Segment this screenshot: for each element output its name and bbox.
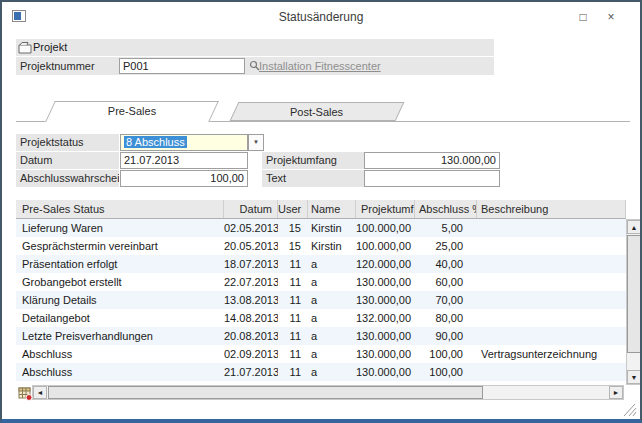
cell-user: 15 <box>278 237 308 255</box>
cell-abschluss: 60,00 <box>415 273 477 291</box>
table-row[interactable]: Klärung Details13.08.201311a130.000,0070… <box>16 291 626 309</box>
vertical-scrollbar-thumb[interactable] <box>627 235 641 353</box>
scroll-left-icon[interactable]: ◄ <box>33 386 47 399</box>
cell-user: 11 <box>278 327 308 345</box>
cell-user: 15 <box>278 219 308 237</box>
cell-status: Abschluss <box>16 363 224 381</box>
tab-pre-sales-label: Pre-Sales <box>51 102 213 121</box>
scope-input[interactable]: 130.000,00 <box>364 152 500 169</box>
table-row[interactable]: Grobangebot erstellt22.07.201311a130.000… <box>16 273 626 291</box>
tab-post-sales[interactable]: Post-Sales <box>230 102 405 121</box>
cell-name: a <box>308 309 356 327</box>
cell-user: 11 <box>278 345 308 363</box>
cell-abschluss: 80,00 <box>415 309 477 327</box>
probability-input[interactable]: 100,00 <box>120 170 248 187</box>
grid-body: Lieferung Waren02.05.201315Kirstin100.00… <box>16 219 626 385</box>
cell-abschluss: 100,00 <box>415 345 477 363</box>
cell-beschreibung <box>477 255 626 273</box>
probability-label: Abschlusswahrscheinl. <box>16 170 119 187</box>
tab-post-sales-label: Post-Sales <box>235 103 399 122</box>
window-title: Statusänderung <box>2 10 640 24</box>
cell-projektumfang: 130.000,00 <box>356 363 415 381</box>
cell-datum: 02.05.2013 <box>224 219 278 237</box>
scroll-down-icon[interactable]: ▼ <box>627 370 641 384</box>
cell-abschluss: 70,00 <box>415 291 477 309</box>
tab-pre-sales[interactable]: Pre-Sales <box>45 101 219 122</box>
cell-datum: 20.08.2013 <box>224 327 278 345</box>
vertical-scrollbar[interactable]: ▲ ▼ <box>626 219 642 385</box>
chevron-down-icon[interactable]: ▼ <box>248 134 264 151</box>
cell-datum: 18.07.2013 <box>224 255 278 273</box>
statusaenderung-dialog: Statusänderung □ × Projekt Projektnummer… <box>0 0 642 423</box>
project-folder-icon <box>18 41 32 56</box>
horizontal-scrollbar[interactable]: ◄ ► <box>32 385 624 400</box>
cell-abschluss: 100,00 <box>415 363 477 381</box>
cell-beschreibung <box>477 237 626 255</box>
cell-name: a <box>308 273 356 291</box>
cell-projektumfang: 132.000,00 <box>356 309 415 327</box>
project-section-title: Projekt <box>33 39 67 56</box>
project-name-link[interactable]: Installation Fitnesscenter <box>259 57 381 75</box>
cell-datum: 20.05.2013 <box>224 237 278 255</box>
cell-datum: 13.08.2013 <box>224 291 278 309</box>
table-row[interactable]: Präsentation erfolgt18.07.201311a120.000… <box>16 255 626 273</box>
resize-grip[interactable] <box>618 402 638 419</box>
cell-status: Abschluss <box>16 345 224 363</box>
cell-beschreibung: Vertragsunterzeichnung <box>477 345 626 363</box>
cell-projektumfang: 130.000,00 <box>356 273 415 291</box>
column-header-status[interactable]: Pre-Sales Status <box>16 200 224 218</box>
cell-projektumfang: 130.000,00 <box>356 345 415 363</box>
date-input[interactable]: 21.07.2013 <box>120 152 248 169</box>
cell-status: Lieferung Waren <box>16 219 224 237</box>
cell-beschreibung <box>477 327 626 345</box>
project-section-header: Projekt <box>16 39 494 56</box>
cell-user: 11 <box>278 363 308 381</box>
table-header: Pre-Sales StatusDatumUserNameProjektumf.… <box>16 200 626 219</box>
cell-status: Klärung Details <box>16 291 224 309</box>
maximize-button[interactable]: □ <box>574 8 592 26</box>
table-row[interactable]: Detailangebot14.08.201311a132.000,0080,0… <box>16 309 626 327</box>
cell-projektumfang: 130.000,00 <box>356 327 415 345</box>
cell-abschluss: 40,00 <box>415 255 477 273</box>
cell-abschluss: 25,00 <box>415 237 477 255</box>
cell-projektumfang: 100.000,00 <box>356 237 415 255</box>
cell-user: 11 <box>278 309 308 327</box>
title-bar[interactable]: Statusänderung □ × <box>2 2 640 32</box>
column-header-abschluss[interactable]: Abschluss % <box>415 200 477 218</box>
cell-beschreibung <box>477 219 626 237</box>
project-number-row: Projektnummer P001 Installation Fitnessc… <box>16 57 494 75</box>
horizontal-scrollbar-thumb[interactable] <box>48 386 483 399</box>
text-input[interactable] <box>364 170 500 187</box>
close-button[interactable]: × <box>602 8 620 26</box>
column-header-beschreibung[interactable]: Beschreibung <box>477 200 626 218</box>
scroll-right-icon[interactable]: ► <box>609 386 623 399</box>
form-settings-icon[interactable] <box>18 386 33 403</box>
cell-name: a <box>308 291 356 309</box>
table-row[interactable]: Gesprächstermin vereinbart20.05.201315Ki… <box>16 237 626 255</box>
column-header-projektumfang[interactable]: Projektumf... <box>356 200 415 218</box>
cell-status: Letzte Preisverhandlungen <box>16 327 224 345</box>
column-header-user[interactable]: User <box>278 200 308 218</box>
scroll-up-icon[interactable]: ▲ <box>627 220 641 234</box>
cell-name: a <box>308 255 356 273</box>
table-row[interactable]: Letzte Preisverhandlungen20.08.201311a13… <box>16 327 626 345</box>
status-label: Projektstatus <box>16 134 119 151</box>
table-row[interactable]: Abschluss02.09.201311a130.000,00100,00Ve… <box>16 345 626 363</box>
cell-name: a <box>308 327 356 345</box>
cell-name: Kirstin <box>308 219 356 237</box>
cell-beschreibung <box>477 363 626 381</box>
cell-datum: 02.09.2013 <box>224 345 278 363</box>
cell-user: 11 <box>278 291 308 309</box>
project-number-label: Projektnummer <box>20 57 95 75</box>
project-number-input[interactable]: P001 <box>119 58 245 74</box>
column-header-name[interactable]: Name <box>308 200 356 218</box>
table-row[interactable]: Lieferung Waren02.05.201315Kirstin100.00… <box>16 219 626 237</box>
status-combobox[interactable]: 8 Abschluss <box>120 134 248 151</box>
cell-status: Präsentation erfolgt <box>16 255 224 273</box>
cell-projektumfang: 100.000,00 <box>356 219 415 237</box>
cell-beschreibung <box>477 273 626 291</box>
table-row[interactable]: Abschluss21.07.201311a130.000,00100,00 <box>16 363 626 381</box>
status-selected-value: 8 Abschluss <box>124 136 187 148</box>
column-header-datum[interactable]: Datum <box>224 200 278 218</box>
cell-user: 11 <box>278 255 308 273</box>
